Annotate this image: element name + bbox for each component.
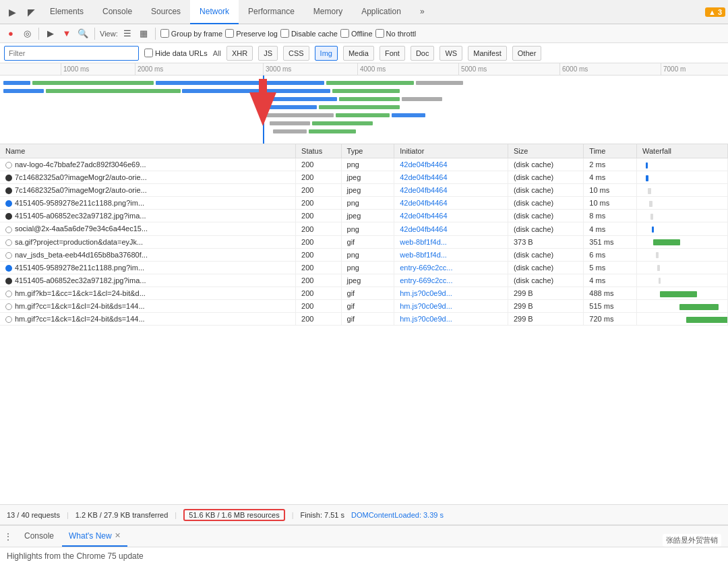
table-row[interactable]: 4151405-a06852ec32a97182.jpg?ima... 200 … (0, 210, 728, 222)
initiator-link[interactable]: web-8bf1f4d... (400, 238, 447, 246)
clear-button[interactable]: ◎ (20, 27, 34, 40)
table-row[interactable]: 4151405-9589278e211c1188.png?im... 200 p… (0, 197, 728, 210)
initiator-link[interactable]: hm.js?0c0e9d... (400, 302, 452, 310)
other-filter[interactable]: Other (512, 46, 542, 61)
tab-memory[interactable]: Memory (304, 0, 352, 24)
cell-initiator[interactable]: 42de04fb4464 (394, 210, 508, 222)
initiator-link[interactable]: hm.js?0c0e9d... (400, 289, 452, 297)
table-row[interactable]: social@2x-4aa5a6de79e34c6a44ec15... 200 … (0, 222, 728, 235)
cell-size: (disk cache) (508, 261, 583, 274)
cell-name: hm.gif?cc=1&ck=1&cl=24-bit&ds=144... (0, 300, 296, 313)
table-row[interactable]: 7c14682325a0?imageMogr2/auto-orie... 200… (0, 171, 728, 184)
cell-type: jpeg (341, 274, 394, 286)
tab-network[interactable]: Network (190, 0, 239, 24)
initiator-link[interactable]: 42de04fb4464 (400, 199, 447, 207)
cell-initiator[interactable]: web-8bf1f4d... (394, 235, 508, 248)
table-row[interactable]: nav_jsds_beta-eeb44d165b8ba37680f... 200… (0, 248, 728, 261)
cell-initiator[interactable]: hm.js?0c0e9d... (394, 300, 508, 313)
ruler-7000: 7000 m (661, 63, 686, 75)
initiator-link[interactable]: entry-669c2cc... (400, 264, 452, 272)
manifest-filter[interactable]: Manifest (468, 46, 507, 61)
device-toolbar-icon[interactable]: ◤ (22, 3, 40, 22)
img-filter[interactable]: Img (315, 46, 338, 61)
offline-checkbox[interactable]: Offline (340, 29, 373, 38)
table-row[interactable]: hm.gif?cc=1&ck=1&cl=24-bit&ds=144... 200… (0, 313, 728, 326)
net-bar-5a (266, 113, 334, 117)
js-filter[interactable]: JS (258, 46, 278, 61)
initiator-link[interactable]: hm.js?0c0e9d... (400, 315, 452, 323)
initiator-link[interactable]: entry-669c2cc... (400, 276, 452, 284)
font-filter[interactable]: Font (380, 46, 405, 61)
initiator-link[interactable]: 42de04fb4464 (400, 212, 447, 220)
cell-type: gif (341, 286, 394, 299)
cell-initiator[interactable]: hm.js?0c0e9d... (394, 286, 508, 299)
cell-type: png (341, 222, 394, 235)
col-header-size: Size (508, 144, 583, 158)
xhr-filter[interactable]: XHR (226, 46, 253, 61)
table-row[interactable]: 4151405-a06852ec32a97182.jpg?ima... 200 … (0, 274, 728, 286)
table-row[interactable]: hm.gif?cc=1&ck=1&cl=24-bit&ds=144... 200… (0, 300, 728, 313)
cell-type: png (341, 197, 394, 210)
cell-type: png (341, 248, 394, 261)
search-icon[interactable]: 🔍 (76, 27, 90, 40)
cell-time: 4 ms (584, 222, 637, 235)
no-throttle-checkbox[interactable]: No throttl (375, 29, 417, 38)
table-row[interactable]: nav-logo-4c7bbafe27adc892f3046e69... 200… (0, 158, 728, 171)
bottom-tab-whats-new[interactable]: What's New ✕ (62, 526, 127, 547)
cell-time: 10 ms (584, 197, 637, 210)
hide-data-urls-checkbox[interactable]: Hide data URLs (144, 49, 208, 57)
tab-console[interactable]: Console (93, 0, 142, 24)
capture-screenshot-icon[interactable]: ▶ (44, 27, 57, 40)
cell-initiator[interactable]: entry-669c2cc... (394, 261, 508, 274)
media-filter[interactable]: Media (343, 46, 374, 61)
cell-initiator[interactable]: entry-669c2cc... (394, 274, 508, 286)
cell-size: 299 B (508, 286, 583, 299)
table-row[interactable]: 7c14682325a0?imageMogr2/auto-orie... 200… (0, 184, 728, 197)
cell-name: 4151405-9589278e211c1188.png?im... (0, 197, 296, 210)
view-list-icon[interactable]: ☰ (121, 27, 134, 40)
initiator-link[interactable]: 42de04fb4464 (400, 225, 447, 233)
cell-initiator[interactable]: 42de04fb4464 (394, 158, 508, 171)
table-row[interactable]: sa.gif?project=production&data=eyJk... 2… (0, 235, 728, 248)
tab-more[interactable]: » (411, 0, 434, 24)
preserve-log-checkbox[interactable]: Preserve log (225, 29, 278, 38)
cell-initiator[interactable]: 42de04fb4464 (394, 197, 508, 210)
initiator-link[interactable]: 42de04fb4464 (400, 173, 447, 181)
cell-initiator[interactable]: web-8bf1f4d... (394, 248, 508, 261)
ruler-5000: 5000 ms (458, 63, 487, 75)
filter-input[interactable] (4, 46, 139, 61)
waterfall-bar (653, 239, 680, 245)
bottom-menu-icon[interactable]: ⋮ (4, 532, 12, 541)
css-filter[interactable]: CSS (283, 46, 309, 61)
initiator-link[interactable]: 42de04fb4464 (400, 160, 447, 169)
cell-initiator[interactable]: 42de04fb4464 (394, 171, 508, 184)
cell-name: nav_jsds_beta-eeb44d165b8ba37680f... (0, 248, 296, 261)
cell-initiator[interactable]: 42de04fb4464 (394, 184, 508, 197)
table-scroll[interactable]: Name Status Type Initiator Size Time Wat… (0, 144, 728, 504)
view-waterfall-icon[interactable]: ▦ (137, 27, 150, 40)
initiator-link[interactable]: web-8bf1f4d... (400, 251, 447, 259)
record-button[interactable]: ● (4, 27, 18, 40)
tab-sources[interactable]: Sources (142, 0, 190, 24)
tab-performance[interactable]: Performance (239, 0, 304, 24)
close-whats-new-icon[interactable]: ✕ (115, 531, 121, 540)
group-by-frame-checkbox[interactable]: Group by frame (160, 29, 222, 38)
disable-cache-checkbox[interactable]: Disable cache (280, 29, 338, 38)
table-row[interactable]: hm.gif?kb=1&cc=1&ck=1&cl=24-bit&d... 200… (0, 286, 728, 299)
cell-initiator[interactable]: hm.js?0c0e9d... (394, 313, 508, 326)
cell-status: 200 (296, 248, 341, 261)
filter-icon[interactable]: ▼ (60, 27, 73, 40)
table-row[interactable]: 4151405-9589278e211c1188.png?im... 200 p… (0, 261, 728, 274)
timeline-area[interactable]: 1000 ms 2000 ms 3000 ms 4000 ms 5000 ms … (0, 63, 728, 144)
cell-status: 200 (296, 274, 341, 286)
ws-filter[interactable]: WS (439, 46, 462, 61)
cursor-icon[interactable]: ▶ (3, 3, 22, 22)
tab-application[interactable]: Application (352, 0, 411, 24)
cell-time: 351 ms (584, 235, 637, 248)
doc-filter[interactable]: Doc (411, 46, 435, 61)
tab-elements[interactable]: Elements (40, 0, 93, 24)
bottom-tab-console[interactable]: Console (18, 526, 61, 547)
cell-initiator[interactable]: 42de04fb4464 (394, 222, 508, 235)
initiator-link[interactable]: 42de04fb4464 (400, 186, 447, 194)
cell-type: gif (341, 313, 394, 326)
